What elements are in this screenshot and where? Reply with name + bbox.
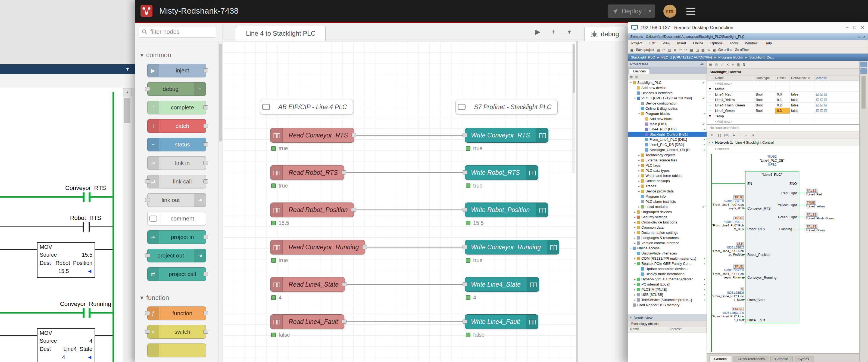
output-port[interactable] (203, 161, 208, 165)
tree-item[interactable]: ▸Device proxy data (628, 189, 707, 194)
read-node[interactable]: ∏∏Read Robot_RTS (270, 165, 344, 180)
ladder-instruction-icon[interactable]: ⊣⊢ (709, 133, 715, 137)
table-row[interactable]: ▪Line4_RedBool0.0false☑ ☑ ☑ (707, 92, 859, 97)
task-card-header[interactable] (860, 68, 867, 74)
tree-item[interactable]: Stacklight_Control [FB1]● (628, 132, 707, 137)
ladder-instruction-icon[interactable]: ⊥ (738, 133, 741, 137)
output-port[interactable] (362, 245, 367, 249)
table-row[interactable]: <Add new> (707, 119, 859, 124)
tree-item[interactable]: ▸Traces (628, 184, 707, 189)
editor-toolbar-icon[interactable]: ✓ (720, 63, 723, 67)
go-online-button[interactable]: Go online (718, 48, 732, 52)
toolbar-icon[interactable]: ◫ (696, 48, 699, 52)
tree-expander-icon[interactable]: ▸ (637, 185, 641, 188)
tree-item[interactable]: ▸PC internal [Local]▪ (628, 282, 707, 287)
menu-help[interactable]: Help (765, 41, 772, 45)
scroll-up-icon[interactable]: ▲ (123, 88, 131, 96)
tree-item[interactable]: ▸Watch and force tables (628, 173, 707, 178)
read-node[interactable]: ∏∏Read Line4_State (270, 277, 345, 292)
palette-section-header[interactable]: ▾common (135, 43, 218, 64)
tree-expander-icon[interactable]: ▸ (637, 159, 641, 162)
read-node[interactable]: ∏∏Read Line4_Fault (270, 314, 344, 329)
window-button[interactable]: □ (853, 25, 856, 30)
input-port[interactable] (145, 179, 150, 184)
toolbar-icon[interactable]: ✕ (674, 48, 677, 52)
toolbar-icon[interactable]: ▩ (702, 48, 705, 52)
add-icon[interactable]: + (548, 26, 559, 37)
palette-node-project in[interactable]: ⇥project in (147, 230, 206, 244)
tree-item[interactable]: Online & diagnostics (628, 106, 707, 111)
output-port[interactable] (203, 235, 208, 239)
ladder-collapsed-titlebar[interactable]: ▼ (0, 64, 135, 74)
tree-item[interactable]: ▾Realtek PCIe GBE Family Con...▪ (628, 261, 707, 266)
input-port[interactable] (463, 282, 467, 286)
menu-project[interactable]: Project (631, 41, 642, 45)
tree-expander-icon[interactable]: ▾ (633, 97, 637, 100)
write-node[interactable]: ∏∏Write Conveyor_RTS (465, 128, 549, 143)
canvas-scrollbar[interactable] (572, 43, 575, 174)
table-row[interactable]: ▪Line4_Flash_GreenBool0.2false☑ ☑ ☑ (707, 103, 859, 108)
input-port[interactable] (145, 311, 150, 315)
filter-icon[interactable]: ▥ (635, 75, 638, 79)
menu-edit[interactable]: Edit (649, 41, 655, 45)
function-block[interactable]: "Line4_PLC"ENENOConveyor_RTSRobot_RTSRob… (745, 171, 799, 323)
tree-item[interactable]: Update accessible devices (628, 266, 707, 271)
table-row[interactable]: ▼Temp (707, 113, 859, 119)
editor-toolbar-icon[interactable]: ✕ (726, 63, 729, 67)
rdp-titlebar[interactable]: 192.168.0.137 - Remote Desktop Connectio… (628, 22, 868, 33)
ladder-instruction-icon[interactable]: ⇥ (751, 133, 754, 137)
window-button[interactable]: ✕ (863, 35, 866, 39)
variable-access-checkboxes[interactable]: ☑ ☑ ☑ (814, 92, 859, 97)
tree-item[interactable]: ▸Security settings (628, 215, 707, 220)
ladder-instruction-icon[interactable]: ( ) (718, 133, 721, 137)
toolbar-icon[interactable]: ✂ (662, 48, 665, 52)
palette-search-input[interactable]: filter nodes (138, 26, 216, 37)
palette-node-complete[interactable]: !complete (147, 101, 206, 114)
tree-expander-icon[interactable]: ▸ (633, 236, 637, 239)
write-node[interactable]: ∏∏Write Line4_State (465, 277, 539, 292)
output-port[interactable] (341, 170, 346, 174)
palette-section-header[interactable]: ▾function (135, 286, 218, 306)
go-offline-button[interactable]: Go offline (735, 48, 749, 52)
output-port[interactable] (203, 68, 208, 73)
tree-item[interactable]: ▸COM [RS232/PPI multi-master c...]▪ (628, 256, 707, 261)
breadcrumb[interactable]: Stacklight_PLC▶PLC_1 [CPU 1212C AC/DC/Rl… (628, 54, 868, 61)
breadcrumb-segment[interactable]: Stacklight_PLC (631, 55, 655, 59)
palette-node-project out[interactable]: ⇥project out (147, 249, 206, 262)
input-port[interactable] (463, 170, 467, 174)
variable-access-checkboxes[interactable]: ☑ ☑ ☑ (814, 108, 859, 113)
run-icon[interactable]: ▶ (532, 26, 544, 37)
mov-instruction-box[interactable]: MOVSource15.5DestRobot_Position 15.5◄ (37, 242, 95, 278)
window-button[interactable]: – (846, 25, 848, 30)
tree-expander-icon[interactable]: ▾ (629, 81, 633, 84)
editor-toolbar-icon[interactable]: ≡ (732, 63, 734, 67)
chevron-down-icon[interactable]: ▾ (649, 8, 651, 14)
variable-access-checkboxes[interactable]: ☑ ☑ ☑ (814, 97, 859, 102)
menu-options[interactable]: Options (710, 41, 723, 45)
tree-item[interactable]: Main [OB1]✔ (628, 121, 707, 127)
ladder-instruction-icon[interactable]: → (745, 133, 748, 137)
tab-devices[interactable]: Devices (629, 68, 650, 74)
input-port[interactable] (145, 198, 150, 202)
tree-item[interactable]: Card Reader/USB memory (628, 302, 707, 308)
tree-item[interactable]: ▸PLCSIM [PN/IE]▪ (628, 287, 707, 292)
tree-item[interactable]: ▸External source files (628, 158, 707, 163)
palette-node-project call[interactable]: ⇄project call (147, 267, 206, 281)
write-node[interactable]: ∏∏Write Conveyor_Running (465, 240, 559, 254)
table-row[interactable]: ▪Line4_GreenBool0.3false☑ ☑ ☑ (707, 108, 859, 113)
window-button[interactable]: ✕ (861, 25, 865, 30)
tree-expander-icon[interactable]: ▸ (637, 164, 641, 167)
palette-node-catch[interactable]: !catch (147, 119, 206, 133)
tree-item[interactable]: ▸Online backups (628, 178, 707, 184)
table-row[interactable]: ▪Line4_YellowBool0.1false☑ ☑ ☑ (707, 97, 859, 103)
output-port[interactable] (342, 319, 346, 324)
ladder-instruction-icon[interactable]: ↳ (733, 133, 735, 137)
tree-expander-icon[interactable]: ▸ (633, 226, 637, 229)
palette-scrollbar[interactable] (218, 41, 223, 362)
tree-item[interactable]: Display more information (628, 271, 707, 277)
table-row[interactable]: <Add new> (707, 81, 859, 86)
tree-expander-icon[interactable]: ▾ (629, 247, 633, 250)
output-port[interactable] (203, 142, 208, 146)
tree-item[interactable]: ▸USB [S7USB]▪ (628, 292, 707, 297)
tree-expander-icon[interactable]: ▸ (633, 257, 637, 260)
